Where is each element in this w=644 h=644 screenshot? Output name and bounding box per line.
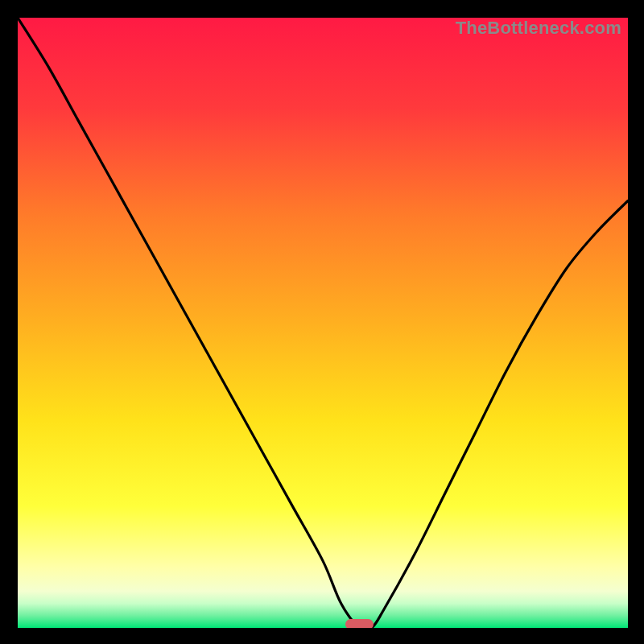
chart-frame: TheBottleneck.com [0, 0, 644, 644]
marker-pill [345, 619, 374, 628]
plot-area: TheBottleneck.com [18, 18, 628, 628]
bottleneck-curve [18, 18, 628, 628]
watermark-text: TheBottleneck.com [456, 18, 621, 39]
